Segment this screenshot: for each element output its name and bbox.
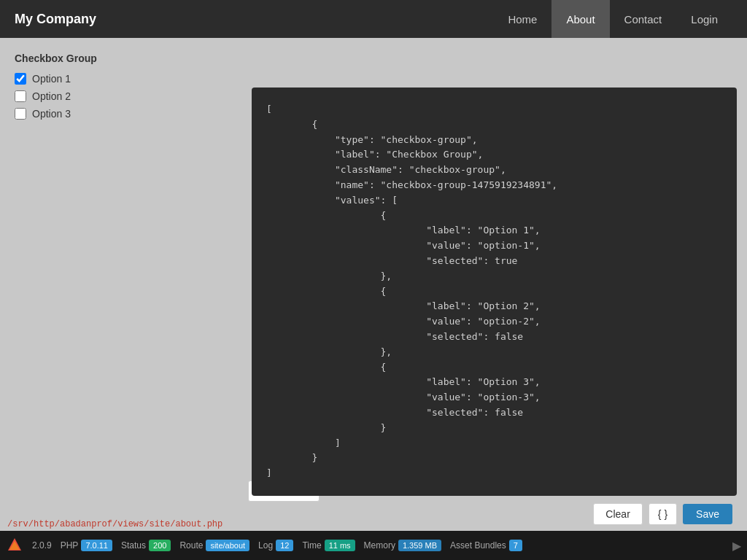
braces-button[interactable]: { } (649, 503, 677, 525)
version-value: 2.0.9 (32, 540, 52, 551)
time-value: 11 ms (325, 540, 355, 551)
php-label: PHP (61, 540, 79, 551)
collapse-button[interactable]: ▶ (732, 539, 741, 553)
bundles-label: Asset Bundles (450, 540, 506, 551)
bundles-count: 7 (509, 540, 522, 551)
log-label: Log (258, 540, 273, 551)
status-badge: Status 200 (121, 540, 171, 551)
status-label: Status (121, 540, 146, 551)
status-code: 200 (149, 540, 171, 551)
memory-badge: Memory 1.359 MB (364, 540, 441, 551)
checkbox-label-2: Option 2 (32, 90, 71, 102)
time-label: Time (302, 540, 321, 551)
php-badge: PHP 7.0.11 (61, 540, 112, 551)
route-label: Route (179, 540, 203, 551)
nav-login[interactable]: Login (676, 0, 732, 38)
log-count: 12 (276, 540, 293, 551)
logo-icon (7, 537, 23, 553)
checkbox-label-1: Option 1 (32, 73, 71, 85)
bundles-badge: Asset Bundles 7 (450, 540, 522, 551)
time-badge: Time 11 ms (302, 540, 355, 551)
checkbox-option-2[interactable]: Option 2 (15, 90, 226, 102)
left-panel: Checkbox Group Option 1 Option 2 Option … (0, 38, 241, 531)
brand-name: My Company (15, 12, 493, 27)
code-modal: [ { "type": "checkbox-group", "label": "… (252, 88, 737, 496)
route-badge: Route site/about (179, 540, 249, 551)
php-version: 7.0.11 (81, 540, 112, 551)
nav-contact[interactable]: Contact (610, 0, 677, 38)
save-button[interactable]: Save (683, 504, 732, 524)
checkbox-option-3[interactable]: Option 3 (15, 108, 226, 120)
checkbox-input-3[interactable] (15, 108, 26, 120)
status-logo (6, 537, 23, 554)
filepath: /srv/http/abadanprof/views/site/about.ph… (7, 519, 222, 529)
navbar: My Company Home About Contact Login (0, 0, 747, 38)
code-content: [ { "type": "checkbox-group", "label": "… (266, 102, 722, 481)
checkbox-option-1[interactable]: Option 1 (15, 73, 226, 85)
checkbox-group-heading: Checkbox Group (15, 52, 226, 64)
route-value: site/about (206, 540, 249, 551)
statusbar: 2.0.9 PHP 7.0.11 Status 200 Route site/a… (0, 531, 747, 560)
checkbox-input-2[interactable] (15, 90, 26, 102)
clear-button[interactable]: Clear (593, 503, 642, 525)
checkbox-input-1[interactable] (15, 73, 26, 85)
memory-label: Memory (364, 540, 395, 551)
version-badge: 2.0.9 (32, 540, 52, 551)
main-content: Checkbox Group Option 1 Option 2 Option … (0, 38, 747, 531)
log-badge: Log 12 (258, 540, 293, 551)
nav-about[interactable]: About (551, 0, 609, 38)
checkbox-label-3: Option 3 (32, 108, 71, 120)
memory-value: 1.359 MB (398, 540, 441, 551)
bottom-toolbar: Clear { } Save (248, 497, 740, 531)
nav-links: Home About Contact Login (493, 0, 732, 38)
nav-home[interactable]: Home (493, 0, 551, 38)
